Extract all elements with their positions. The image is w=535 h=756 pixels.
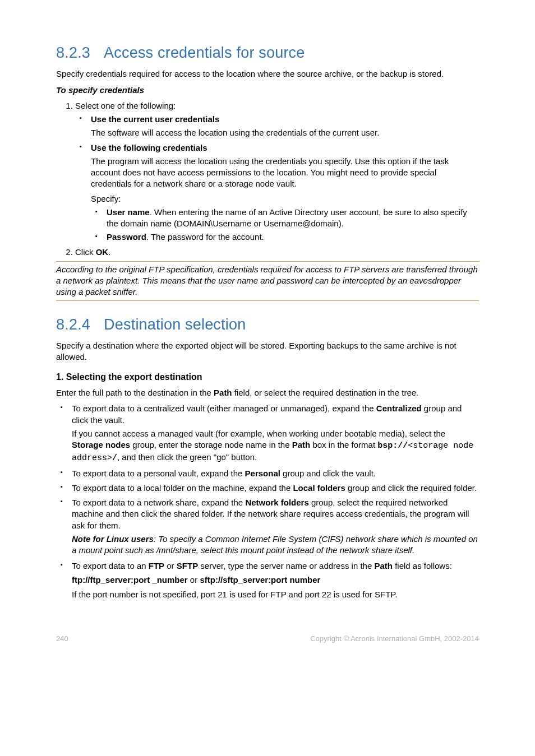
personal-label: Personal: [245, 469, 280, 478]
or-text: or: [188, 575, 200, 585]
section-heading-824: 8.2.4Destination selection: [56, 314, 479, 335]
text: box in the format: [310, 440, 377, 449]
page-footer: 240 Copyright © Acronis International Gm…: [56, 634, 479, 644]
text: To export data to a personal vault, expa…: [72, 469, 245, 478]
text: To export data to a centralized vault (e…: [72, 403, 376, 413]
path-label: Path: [374, 561, 393, 571]
field-label: User name: [107, 207, 150, 217]
section-number: 8.2.4: [56, 316, 90, 333]
sftp-label: SFTP: [177, 561, 198, 571]
text: To export data to a network share, expan…: [72, 498, 245, 507]
option-personal-vault: To export data to a personal vault, expa…: [71, 468, 479, 479]
linux-note-label: Note for Linux users: [72, 534, 154, 544]
option-current-user: Use the current user credentials The sof…: [90, 114, 479, 139]
step-1-text: Select one of the following:: [75, 101, 176, 110]
text: field, or select the required destinatio…: [232, 388, 419, 397]
section-title: Access credentials for source: [104, 44, 305, 61]
text: If you cannot access a managed vault (fo…: [72, 429, 445, 438]
step-1: Select one of the following: Use the cur…: [75, 100, 479, 243]
text: To export data to an: [72, 561, 149, 571]
linux-note: Note for Linux users: To specify a Commo…: [72, 534, 479, 556]
ftp-format: ftp://ftp_server:port _number or sftp://…: [72, 574, 479, 586]
ftp-format-1: ftp://ftp_server:port _number: [72, 575, 188, 585]
options-list: Use the current user credentials The sof…: [75, 114, 479, 243]
path-label: Path: [292, 440, 311, 449]
ftp-label: FTP: [149, 561, 164, 571]
field-desc: . The password for the account.: [146, 232, 264, 242]
specify-label: Specify:: [91, 193, 479, 205]
text: or: [164, 561, 177, 571]
option-ftp-sftp: To export data to an FTP or SFTP server,…: [71, 560, 479, 600]
text: To export data to a local folder on the …: [72, 483, 293, 493]
field-label: Password: [107, 232, 146, 242]
step-2-pre: Click: [75, 247, 96, 257]
text: group and click the vault.: [280, 469, 376, 478]
option-title: Use the current user credentials: [91, 114, 219, 124]
centralized-label: Centralized: [376, 403, 422, 413]
text: server, type the server name or address …: [198, 561, 374, 571]
ok-label: OK: [96, 247, 109, 257]
intro-823: Specify credentials required for access …: [56, 68, 479, 80]
option-body: The program will access the location usi…: [91, 156, 479, 190]
section-title: Destination selection: [104, 316, 246, 333]
option-network-share: To export data to a network share, expan…: [71, 497, 479, 556]
ftp-format-2: sftp://sftp_server:port number: [200, 575, 320, 585]
credential-fields: User name. When entering the name of an …: [91, 207, 479, 243]
local-folders-label: Local folders: [293, 483, 345, 493]
port-note: If the port number is not specified, por…: [72, 589, 479, 600]
section-heading-823: 8.2.3Access credentials for source: [56, 43, 479, 63]
to-specify-credentials: To specify credentials: [56, 85, 479, 96]
network-folders-label: Network folders: [245, 498, 308, 507]
subheading-export-destination: 1. Selecting the export destination: [56, 371, 479, 383]
text: field as follows:: [393, 561, 452, 571]
path-instruction: Enter the full path to the destination i…: [56, 387, 479, 398]
steps-list: Select one of the following: Use the cur…: [56, 100, 479, 258]
text: , and then click the green "go" button.: [117, 452, 257, 462]
copyright-text: Copyright © Acronis International GmbH, …: [310, 634, 479, 644]
step-2: Click OK.: [75, 247, 479, 258]
page-number: 240: [56, 634, 68, 644]
storage-nodes-label: Storage nodes: [72, 440, 130, 449]
text: group and click the required folder.: [345, 483, 477, 493]
field-desc: . When entering the name of an Active Di…: [107, 207, 467, 228]
step-2-post: .: [108, 247, 110, 257]
destination-options: To export data to a centralized vault (e…: [56, 403, 479, 600]
option-local-folder: To export data to a local folder on the …: [71, 483, 479, 494]
section-number: 8.2.3: [56, 44, 90, 61]
option-title: Use the following credentials: [91, 143, 207, 152]
path-label: Path: [214, 388, 232, 397]
option-centralized-vault: To export data to a centralized vault (e…: [71, 403, 479, 464]
ftp-security-note: According to the original FTP specificat…: [56, 261, 479, 301]
option-body: The software will access the location us…: [91, 127, 479, 138]
field-password: Password. The password for the account.: [105, 231, 479, 243]
text: group, enter the storage node name in th…: [130, 440, 292, 449]
option-following-credentials: Use the following credentials The progra…: [90, 142, 479, 243]
bsp-slash: /: [112, 453, 117, 463]
text: Enter the full path to the destination i…: [56, 388, 214, 397]
field-username: User name. When entering the name of an …: [105, 207, 479, 230]
intro-824: Specify a destination where the exported…: [56, 340, 479, 363]
bsp-prefix: bsp://: [377, 441, 408, 451]
centralized-details: If you cannot access a managed vault (fo…: [72, 428, 479, 465]
